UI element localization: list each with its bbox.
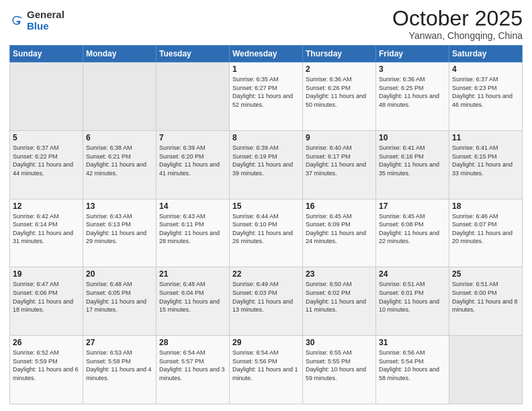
calendar-cell: 19Sunrise: 6:47 AM Sunset: 6:06 PM Dayli… bbox=[10, 267, 83, 336]
calendar-cell: 16Sunrise: 6:45 AM Sunset: 6:09 PM Dayli… bbox=[303, 199, 376, 267]
cell-info: Sunrise: 6:37 AM Sunset: 6:23 PM Dayligh… bbox=[452, 75, 519, 109]
weekday-header-saturday: Saturday bbox=[449, 46, 523, 62]
day-number: 7 bbox=[159, 133, 226, 142]
day-number: 30 bbox=[306, 338, 373, 347]
title-block: October 2025 Yanwan, Chongqing, China bbox=[392, 7, 523, 41]
calendar-cell: 31Sunrise: 6:56 AM Sunset: 5:54 PM Dayli… bbox=[376, 336, 449, 404]
weekday-header-tuesday: Tuesday bbox=[157, 46, 230, 62]
day-number: 11 bbox=[452, 133, 519, 142]
day-number: 20 bbox=[86, 269, 153, 279]
cell-info: Sunrise: 6:37 AM Sunset: 6:22 PM Dayligh… bbox=[13, 144, 80, 177]
calendar-cell: 6Sunrise: 6:38 AM Sunset: 6:21 PM Daylig… bbox=[83, 130, 157, 199]
cell-info: Sunrise: 6:39 AM Sunset: 6:19 PM Dayligh… bbox=[232, 144, 300, 177]
header: General Blue October 2025 Yanwan, Chongq… bbox=[9, 7, 523, 41]
day-number: 16 bbox=[306, 201, 373, 211]
day-number: 18 bbox=[452, 201, 519, 211]
day-number: 14 bbox=[159, 201, 226, 211]
cell-info: Sunrise: 6:45 AM Sunset: 6:09 PM Dayligh… bbox=[306, 212, 373, 246]
day-number: 19 bbox=[13, 269, 80, 279]
cell-info: Sunrise: 6:56 AM Sunset: 5:54 PM Dayligh… bbox=[379, 349, 446, 382]
cell-info: Sunrise: 6:43 AM Sunset: 6:13 PM Dayligh… bbox=[86, 212, 153, 246]
cell-info: Sunrise: 6:36 AM Sunset: 6:26 PM Dayligh… bbox=[306, 75, 373, 109]
calendar-cell: 13Sunrise: 6:43 AM Sunset: 6:13 PM Dayli… bbox=[83, 199, 157, 267]
cell-info: Sunrise: 6:41 AM Sunset: 6:16 PM Dayligh… bbox=[379, 144, 446, 177]
location-subtitle: Yanwan, Chongqing, China bbox=[392, 30, 523, 41]
day-number: 5 bbox=[13, 133, 80, 142]
calendar-cell: 21Sunrise: 6:48 AM Sunset: 6:04 PM Dayli… bbox=[157, 267, 230, 336]
calendar-cell: 10Sunrise: 6:41 AM Sunset: 6:16 PM Dayli… bbox=[376, 130, 449, 199]
calendar-cell: 9Sunrise: 6:40 AM Sunset: 6:17 PM Daylig… bbox=[303, 130, 376, 199]
calendar-cell bbox=[10, 62, 83, 131]
calendar-cell: 28Sunrise: 6:54 AM Sunset: 5:57 PM Dayli… bbox=[157, 336, 230, 404]
calendar-cell: 27Sunrise: 6:53 AM Sunset: 5:58 PM Dayli… bbox=[83, 336, 157, 404]
page: General Blue October 2025 Yanwan, Chongq… bbox=[0, 0, 532, 411]
cell-info: Sunrise: 6:54 AM Sunset: 5:57 PM Dayligh… bbox=[159, 349, 226, 382]
week-row-4: 26Sunrise: 6:52 AM Sunset: 5:59 PM Dayli… bbox=[10, 336, 523, 404]
calendar-cell: 11Sunrise: 6:41 AM Sunset: 6:15 PM Dayli… bbox=[449, 130, 523, 199]
week-row-0: 1Sunrise: 6:35 AM Sunset: 6:27 PM Daylig… bbox=[10, 62, 523, 131]
calendar-cell: 20Sunrise: 6:48 AM Sunset: 6:05 PM Dayli… bbox=[83, 267, 157, 336]
calendar-cell: 26Sunrise: 6:52 AM Sunset: 5:59 PM Dayli… bbox=[10, 336, 83, 404]
cell-info: Sunrise: 6:47 AM Sunset: 6:06 PM Dayligh… bbox=[13, 280, 80, 314]
cell-info: Sunrise: 6:53 AM Sunset: 5:58 PM Dayligh… bbox=[86, 349, 153, 382]
day-number: 23 bbox=[306, 269, 373, 279]
cell-info: Sunrise: 6:48 AM Sunset: 6:05 PM Dayligh… bbox=[86, 280, 153, 314]
month-title: October 2025 bbox=[392, 7, 523, 30]
day-number: 31 bbox=[379, 338, 446, 347]
cell-info: Sunrise: 6:50 AM Sunset: 6:02 PM Dayligh… bbox=[306, 280, 373, 314]
day-number: 12 bbox=[13, 201, 80, 211]
weekday-header-thursday: Thursday bbox=[303, 46, 376, 62]
day-number: 29 bbox=[232, 338, 300, 347]
calendar-cell: 24Sunrise: 6:51 AM Sunset: 6:01 PM Dayli… bbox=[376, 267, 449, 336]
cell-info: Sunrise: 6:42 AM Sunset: 6:14 PM Dayligh… bbox=[13, 212, 80, 246]
weekday-header-monday: Monday bbox=[83, 46, 157, 62]
weekday-header-wednesday: Wednesday bbox=[230, 46, 303, 62]
cell-info: Sunrise: 6:55 AM Sunset: 5:55 PM Dayligh… bbox=[306, 349, 373, 382]
calendar-cell: 2Sunrise: 6:36 AM Sunset: 6:26 PM Daylig… bbox=[303, 62, 376, 131]
day-number: 10 bbox=[379, 133, 446, 142]
day-number: 6 bbox=[86, 133, 153, 142]
calendar-cell: 15Sunrise: 6:44 AM Sunset: 6:10 PM Dayli… bbox=[230, 199, 303, 267]
day-number: 26 bbox=[13, 338, 80, 347]
cell-info: Sunrise: 6:38 AM Sunset: 6:21 PM Dayligh… bbox=[86, 144, 153, 177]
day-number: 4 bbox=[452, 64, 519, 74]
calendar-cell: 4Sunrise: 6:37 AM Sunset: 6:23 PM Daylig… bbox=[449, 62, 523, 131]
calendar-cell: 12Sunrise: 6:42 AM Sunset: 6:14 PM Dayli… bbox=[10, 199, 83, 267]
day-number: 1 bbox=[232, 64, 300, 74]
cell-info: Sunrise: 6:49 AM Sunset: 6:03 PM Dayligh… bbox=[232, 280, 300, 314]
weekday-header-friday: Friday bbox=[376, 46, 449, 62]
day-number: 9 bbox=[306, 133, 373, 142]
calendar-cell: 29Sunrise: 6:54 AM Sunset: 5:56 PM Dayli… bbox=[230, 336, 303, 404]
calendar-cell: 3Sunrise: 6:36 AM Sunset: 6:25 PM Daylig… bbox=[376, 62, 449, 131]
logo-text: General Blue bbox=[27, 9, 64, 32]
cell-info: Sunrise: 6:52 AM Sunset: 5:59 PM Dayligh… bbox=[13, 349, 80, 382]
weekday-header-sunday: Sunday bbox=[10, 46, 83, 62]
cell-info: Sunrise: 6:44 AM Sunset: 6:10 PM Dayligh… bbox=[232, 212, 300, 246]
cell-info: Sunrise: 6:46 AM Sunset: 6:07 PM Dayligh… bbox=[452, 212, 519, 246]
calendar-cell: 17Sunrise: 6:45 AM Sunset: 6:08 PM Dayli… bbox=[376, 199, 449, 267]
logo-blue-text: Blue bbox=[27, 21, 64, 32]
cell-info: Sunrise: 6:45 AM Sunset: 6:08 PM Dayligh… bbox=[379, 212, 446, 246]
logo-general-text: General bbox=[27, 9, 64, 21]
day-number: 21 bbox=[159, 269, 226, 279]
day-number: 2 bbox=[306, 64, 373, 74]
day-number: 15 bbox=[232, 201, 300, 211]
cell-info: Sunrise: 6:36 AM Sunset: 6:25 PM Dayligh… bbox=[379, 75, 446, 109]
day-number: 25 bbox=[452, 269, 519, 279]
calendar-cell bbox=[83, 62, 157, 131]
weekday-header-row: SundayMondayTuesdayWednesdayThursdayFrid… bbox=[10, 46, 523, 62]
calendar-cell: 14Sunrise: 6:43 AM Sunset: 6:11 PM Dayli… bbox=[157, 199, 230, 267]
calendar-cell bbox=[449, 336, 523, 404]
cell-info: Sunrise: 6:51 AM Sunset: 6:01 PM Dayligh… bbox=[379, 280, 446, 314]
calendar-cell bbox=[157, 62, 230, 131]
week-row-3: 19Sunrise: 6:47 AM Sunset: 6:06 PM Dayli… bbox=[10, 267, 523, 336]
calendar-table: SundayMondayTuesdayWednesdayThursdayFrid… bbox=[9, 45, 523, 404]
week-row-2: 12Sunrise: 6:42 AM Sunset: 6:14 PM Dayli… bbox=[10, 199, 523, 267]
calendar-cell: 5Sunrise: 6:37 AM Sunset: 6:22 PM Daylig… bbox=[10, 130, 83, 199]
cell-info: Sunrise: 6:39 AM Sunset: 6:20 PM Dayligh… bbox=[159, 144, 226, 177]
calendar-cell: 8Sunrise: 6:39 AM Sunset: 6:19 PM Daylig… bbox=[230, 130, 303, 199]
logo-icon bbox=[9, 13, 24, 28]
week-row-1: 5Sunrise: 6:37 AM Sunset: 6:22 PM Daylig… bbox=[10, 130, 523, 199]
calendar-cell: 25Sunrise: 6:51 AM Sunset: 6:00 PM Dayli… bbox=[449, 267, 523, 336]
cell-info: Sunrise: 6:35 AM Sunset: 6:27 PM Dayligh… bbox=[232, 75, 300, 109]
